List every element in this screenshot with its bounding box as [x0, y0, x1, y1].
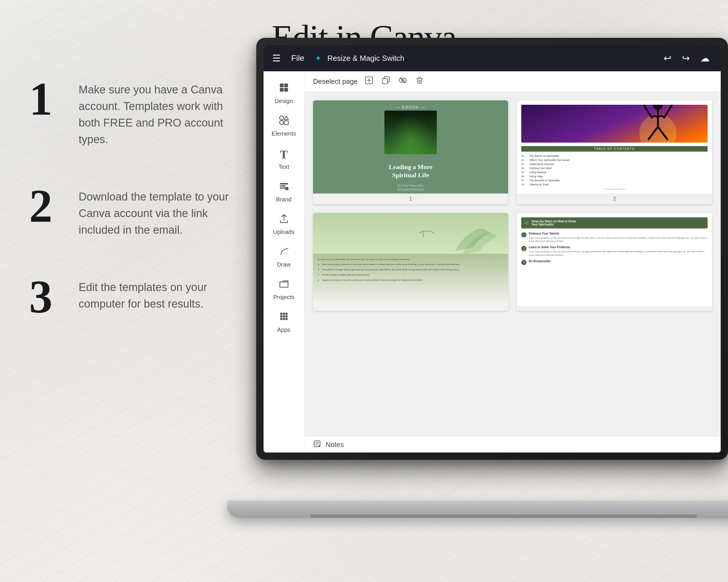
svg-point-7	[280, 120, 284, 124]
elements-label: Elements	[272, 130, 296, 137]
svg-point-12	[280, 312, 283, 315]
sidebar-item-apps[interactable]: Apps	[263, 306, 304, 338]
svg-rect-6	[284, 121, 288, 124]
page3-text-content: To improve your spirituality, ask yourse…	[313, 254, 508, 288]
magic-star-icon: ✦	[315, 54, 321, 63]
sidebar-item-elements[interactable]: Elements	[263, 110, 304, 142]
step-1: 1 Make sure you have a Canva account. Te…	[29, 76, 233, 148]
ebook-label: — EBOOK —	[395, 105, 426, 109]
projects-label: Projects	[273, 294, 294, 301]
toc-hero-image	[521, 105, 708, 143]
svg-point-16	[283, 315, 285, 317]
file-button[interactable]: File	[287, 51, 309, 65]
step-3-number: 3	[29, 273, 64, 320]
sidebar-item-draw[interactable]: Draw	[263, 241, 304, 273]
uploads-label: Uploads	[273, 229, 294, 235]
projects-icon	[279, 278, 289, 292]
forest-image	[384, 111, 437, 154]
canva-toolbar: Deselect page	[304, 71, 721, 92]
toc-header: TABLE OF CONTENTS	[521, 146, 708, 151]
svg-point-11	[285, 187, 289, 190]
notes-label[interactable]: Notes	[326, 441, 344, 449]
steps-container: 1 Make sure you have a Canva account. Te…	[29, 76, 233, 355]
canva-topbar: ☰ File ✦ Resize & Magic Switch ↩ ↪ ☁	[263, 45, 721, 71]
deselect-label: Deselect page	[313, 77, 358, 86]
toc-list: 01The Basics on Spirituality 02Where You…	[521, 154, 708, 187]
delete-page-icon[interactable]	[414, 75, 425, 88]
page-3-number	[313, 306, 508, 311]
page-card-4[interactable]: 🌿 Steps-by-Steps on How to GrowYour Spir…	[517, 213, 712, 311]
elements-icon	[279, 115, 289, 128]
step-3-text: Edit the templates on your computer for …	[79, 273, 233, 312]
page3-hero	[313, 213, 508, 254]
svg-point-14	[285, 312, 288, 315]
svg-point-13	[283, 312, 285, 315]
ebook-author: By Your Name Herewww.yourwebsite.com	[397, 184, 424, 191]
canva-notes-bar: Notes	[304, 437, 721, 452]
notes-icon	[313, 440, 321, 450]
menu-icon[interactable]: ☰	[272, 53, 281, 64]
sidebar-item-design[interactable]: Design	[263, 77, 304, 110]
text-icon: T	[280, 147, 288, 161]
canva-canvas-area: Deselect page	[304, 71, 721, 452]
draw-icon	[279, 246, 289, 259]
draw-label: Draw	[277, 261, 291, 268]
svg-rect-8	[280, 183, 288, 185]
device-container: ☰ File ✦ Resize & Magic Switch ↩ ↪ ☁	[256, 38, 728, 547]
resize-magic-button[interactable]: Resize & Magic Switch	[327, 54, 404, 63]
canva-sidebar: Design Elements T Text	[263, 71, 304, 452]
step-card-3: 3 Be Responsible	[521, 259, 708, 265]
add-page-icon[interactable]	[363, 75, 374, 88]
page-2-number: 2	[517, 194, 712, 204]
redo-button[interactable]: ↪	[680, 50, 692, 66]
apps-icon	[279, 311, 289, 324]
design-label: Design	[275, 98, 293, 105]
sidebar-item-projects[interactable]: Projects	[263, 273, 304, 306]
step-1-number: 1	[29, 76, 64, 122]
apps-label: Apps	[277, 327, 291, 333]
website-label: www.yourwebsite.com	[521, 188, 708, 190]
svg-marker-5	[284, 116, 288, 119]
cloud-button[interactable]: ☁	[698, 50, 712, 66]
svg-point-19	[283, 318, 285, 320]
sidebar-item-brand[interactable]: Brand	[263, 175, 304, 208]
svg-point-15	[280, 315, 283, 317]
page-1-number: 1	[313, 194, 508, 204]
page-3-content: To improve your spirituality, ask yourse…	[313, 213, 508, 306]
ebook-title: Leading a MoreSpiritual Life	[316, 163, 505, 179]
page-card-2[interactable]: TABLE OF CONTENTS 01The Basics on Spirit…	[517, 101, 712, 204]
page-card-1[interactable]: — EBOOK — Leading a MoreSpiritual Life B…	[313, 101, 508, 204]
step-3: 3 Edit the templates on your computer fo…	[29, 273, 233, 320]
svg-rect-2	[280, 88, 284, 92]
svg-rect-30	[521, 105, 708, 143]
step-1-text: Make sure you have a Canva account. Temp…	[79, 76, 233, 148]
sidebar-item-text[interactable]: T Text	[263, 142, 304, 175]
sidebar-item-uploads[interactable]: Uploads	[263, 208, 304, 241]
copy-page-icon[interactable]	[380, 75, 391, 88]
pages-grid: — EBOOK — Leading a MoreSpiritual Life B…	[304, 92, 721, 437]
step-2: 2 Download the template to your Canva ac…	[29, 183, 233, 238]
page-4-number	[517, 306, 712, 311]
laptop-base	[227, 501, 728, 518]
hide-icon[interactable]	[397, 75, 408, 88]
design-icon	[279, 82, 289, 95]
svg-point-20	[285, 318, 288, 320]
page-2-content: TABLE OF CONTENTS 01The Basics on Spirit…	[517, 101, 712, 194]
step-card-1: 1 Embrace Your Talents If you have probl…	[521, 232, 708, 243]
page-card-3[interactable]: To improve your spirituality, ask yourse…	[313, 213, 508, 311]
brand-icon	[279, 181, 289, 194]
svg-rect-1	[284, 84, 288, 87]
svg-rect-0	[280, 84, 284, 87]
svg-point-4	[280, 116, 284, 120]
undo-button[interactable]: ↩	[661, 50, 674, 66]
svg-point-17	[285, 315, 288, 317]
text-label: Text	[278, 164, 289, 170]
step-card-2: 2 Learn to Solve Your Problems If you ha…	[521, 246, 708, 256]
uploads-icon	[279, 213, 289, 226]
step-2-text: Download the template to your Canva acco…	[79, 183, 233, 238]
brand-label: Brand	[276, 196, 291, 203]
laptop-bezel: ☰ File ✦ Resize & Magic Switch ↩ ↪ ☁	[256, 38, 728, 460]
svg-point-18	[280, 318, 283, 320]
svg-rect-23	[382, 79, 388, 84]
page-1-content: — EBOOK — Leading a MoreSpiritual Life B…	[313, 101, 508, 194]
